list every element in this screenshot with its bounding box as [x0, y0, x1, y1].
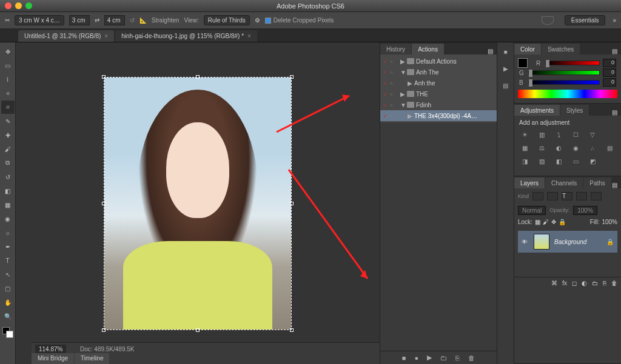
crop-handle[interactable] — [196, 75, 200, 79]
color-swatch[interactable] — [518, 58, 528, 68]
crop-preset-dropdown[interactable]: 3 cm W x 4 c… — [15, 15, 64, 25]
brush-tool[interactable]: 🖌 — [1, 142, 15, 156]
disclosure-icon[interactable]: ▶ — [408, 113, 412, 119]
history-brush-tool[interactable]: ↺ — [1, 170, 15, 184]
panel-menu-icon[interactable]: ▤ — [612, 48, 617, 55]
action-toggle-icon[interactable]: ✓ — [383, 91, 389, 97]
layer-thumbnail[interactable] — [534, 234, 549, 250]
document-tab[interactable]: Untitled-1 @ 31.2% (RGB/8)× — [18, 30, 114, 42]
panel-menu-icon[interactable]: ▤ — [612, 109, 617, 116]
clear-icon[interactable]: ↺ — [130, 17, 135, 24]
close-tab-icon[interactable]: × — [247, 33, 251, 39]
action-row[interactable]: ✓▫▶Default Actions — [380, 56, 497, 67]
fill-value[interactable]: 100% — [602, 219, 617, 225]
pen-tool[interactable]: ✒ — [1, 240, 15, 253]
gradient-map-icon[interactable]: ▭ — [570, 156, 581, 166]
mini-bridge-tab[interactable]: Mini Bridge — [32, 353, 74, 364]
panel-menu-icon[interactable]: ▤ — [488, 48, 493, 55]
layer-name[interactable]: Background — [554, 239, 602, 245]
action-toggle-icon[interactable]: ✓ — [383, 69, 389, 75]
curves-icon[interactable]: ⤵ — [553, 130, 564, 139]
b-slider[interactable] — [528, 80, 600, 85]
hue-icon[interactable]: ▦ — [519, 143, 530, 153]
disclosure-icon[interactable]: ▼ — [400, 69, 405, 76]
straighten-icon[interactable]: 📐 — [139, 17, 147, 24]
record-button[interactable]: ● — [415, 354, 419, 362]
levels-icon[interactable]: ▥ — [536, 130, 547, 139]
selective-color-icon[interactable]: ◩ — [587, 156, 598, 166]
crop-tool[interactable]: ⌗ — [1, 101, 15, 114]
crop-handle[interactable] — [290, 75, 294, 79]
disclosure-icon[interactable]: ▶ — [408, 80, 412, 87]
zoom-tool[interactable]: 🔍 — [1, 309, 15, 323]
tab-swatches[interactable]: Swatches — [542, 44, 580, 55]
disclosure-icon[interactable]: ▶ — [400, 91, 405, 98]
bw-icon[interactable]: ◐ — [553, 143, 564, 153]
visibility-icon[interactable]: 👁 — [522, 239, 529, 245]
button-mode-record-icon[interactable]: ■ — [500, 46, 511, 57]
new-layer-icon[interactable]: ⎘ — [603, 280, 606, 286]
lock-all-icon[interactable]: 🔒 — [559, 219, 566, 225]
tab-paths[interactable]: Paths — [583, 177, 611, 188]
tab-history[interactable]: History — [380, 44, 411, 55]
canvas-area[interactable]: 114.87% Doc: 489.5K/489.5K Mini Bridge T… — [16, 42, 380, 364]
action-toggle-icon[interactable]: ✓ — [383, 102, 389, 108]
marquee-tool[interactable]: ▭ — [1, 59, 15, 72]
layer-row[interactable]: 👁 Background 🔒 — [518, 231, 617, 253]
zoom-level[interactable]: 114.87% — [35, 345, 66, 354]
crop-boundary[interactable] — [104, 77, 292, 330]
delete-layer-icon[interactable]: 🗑 — [611, 280, 617, 286]
reset-crop-icon[interactable] — [542, 16, 554, 25]
tab-channels[interactable]: Channels — [545, 177, 583, 188]
path-tool[interactable]: ↖ — [1, 268, 15, 281]
wand-tool[interactable]: ✧ — [1, 87, 15, 100]
shape-tool[interactable]: ▢ — [1, 282, 15, 295]
photo-filter-icon[interactable]: ◉ — [570, 143, 581, 153]
gradient-tool[interactable]: ▦ — [1, 198, 15, 211]
filter-shape-icon[interactable] — [576, 192, 587, 200]
hand-tool[interactable]: ✋ — [1, 296, 15, 309]
swap-icon[interactable]: ⇄ — [95, 17, 99, 24]
adjustment-layer-icon[interactable]: ◐ — [582, 280, 587, 286]
disclosure-icon[interactable]: ▼ — [400, 102, 405, 108]
straighten-label[interactable]: Straighten — [152, 17, 180, 24]
lock-transparency-icon[interactable]: ▦ — [535, 219, 540, 225]
link-layers-icon[interactable]: ⌘ — [551, 280, 557, 286]
g-value[interactable]: 0 — [603, 68, 616, 77]
action-toggle-icon[interactable]: ✓ — [383, 58, 389, 64]
crop-handle[interactable] — [102, 328, 106, 332]
disclosure-icon[interactable]: ▶ — [400, 58, 405, 65]
new-set-button[interactable]: 🗀 — [440, 354, 447, 362]
action-dialog-icon[interactable]: ▫ — [391, 80, 397, 87]
delete-button[interactable]: 🗑 — [468, 354, 475, 362]
action-row[interactable]: ✓▫▶THE — [380, 88, 497, 99]
action-toggle-icon[interactable]: ✓ — [383, 80, 389, 86]
balance-icon[interactable]: ⚖ — [536, 143, 547, 153]
move-tool[interactable]: ✥ — [1, 45, 15, 58]
action-row[interactable]: ✓▫▶Anh the — [380, 78, 497, 88]
type-tool[interactable]: T — [1, 254, 15, 267]
brightness-icon[interactable]: ☀ — [519, 130, 530, 139]
lock-position-icon[interactable]: ✥ — [551, 219, 556, 225]
crop-handle[interactable] — [290, 328, 294, 332]
layer-mask-icon[interactable]: ◻ — [572, 280, 577, 286]
crop-handle[interactable] — [102, 202, 106, 205]
action-dialog-icon[interactable]: ▫ — [391, 58, 397, 65]
strip-icon[interactable]: ▤ — [500, 80, 511, 91]
channel-mixer-icon[interactable]: ⛬ — [587, 143, 598, 153]
exposure-icon[interactable]: ☐ — [570, 130, 581, 139]
crop-options-icon[interactable]: ⚙ — [255, 17, 260, 24]
color-lookup-icon[interactable]: ▤ — [604, 143, 615, 153]
tab-actions[interactable]: Actions — [412, 44, 444, 55]
filter-smart-icon[interactable] — [591, 192, 602, 200]
foreground-background-swatch[interactable] — [2, 327, 13, 338]
invert-icon[interactable]: ◨ — [519, 156, 530, 166]
blur-tool[interactable]: ◉ — [1, 212, 15, 225]
panel-menu-icon[interactable]: ▤ — [612, 182, 617, 188]
dodge-tool[interactable]: ☼ — [1, 226, 15, 239]
action-row[interactable]: ✓▫▶THE 3x4(300dpi) -4A… — [380, 110, 497, 121]
new-action-button[interactable]: ⎘ — [455, 354, 460, 362]
group-icon[interactable]: 🗀 — [592, 280, 598, 286]
action-dialog-icon[interactable]: ▫ — [391, 91, 397, 98]
timeline-tab[interactable]: Timeline — [75, 353, 109, 364]
